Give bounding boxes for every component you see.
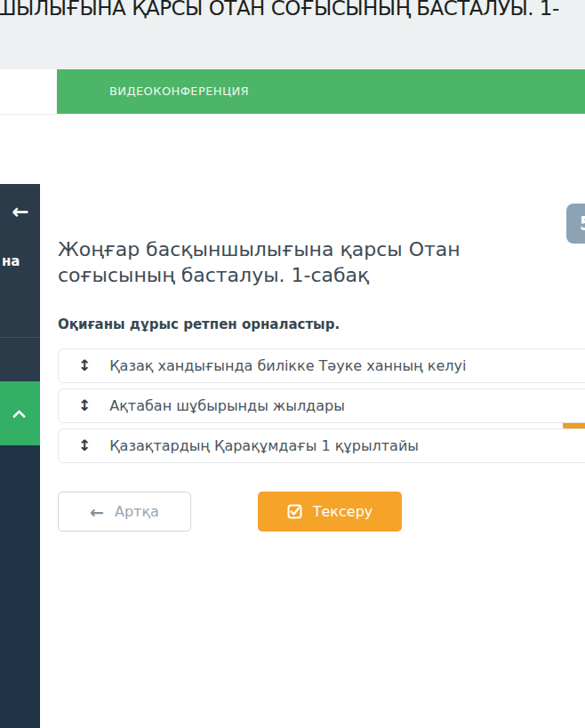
sidebar-collapse-button[interactable] [0, 381, 40, 445]
lesson-marquee-title: ШЫЛЫҒЫНА ҚАРСЫ ОТАН СОҒЫСЫНЫҢ БАСТАЛУЫ. … [0, 0, 585, 20]
check-button[interactable]: Тексеру [258, 492, 402, 532]
drag-handle-icon[interactable]: ↕ [78, 438, 91, 453]
order-list: ↕ Қазақ хандығында билікке Тәуке ханның … [58, 348, 585, 468]
task-instruction: Оқиғаны дұрыс ретпен орналастыр. [58, 316, 340, 332]
sidebar-lower-section [0, 445, 40, 728]
back-arrow-icon[interactable]: ← [7, 198, 34, 225]
back-button[interactable]: ← Артқа [58, 492, 191, 532]
chevron-up-icon [12, 410, 27, 424]
tab-bar: ВИДЕОКОНФЕРЕНЦИЯ [0, 69, 585, 114]
top-marquee-bar: ШЫЛЫҒЫНА ҚАРСЫ ОТАН СОҒЫСЫНЫҢ БАСТАЛУЫ. … [0, 0, 585, 69]
list-item-label: Ақтабан шұбырынды жылдары [109, 397, 345, 414]
drag-handle-icon[interactable]: ↕ [78, 358, 91, 373]
drag-handle-icon[interactable]: ↕ [78, 398, 91, 413]
page: ШЫЛЫҒЫНА ҚАРСЫ ОТАН СОҒЫСЫНЫҢ БАСТАЛУЫ. … [0, 0, 585, 728]
tab-videoconference[interactable]: ВИДЕОКОНФЕРЕНЦИЯ [57, 69, 585, 114]
tab-lesson[interactable] [0, 69, 56, 114]
list-item[interactable]: ↕ Қазақ хандығында билікке Тәуке ханның … [58, 348, 585, 383]
back-button-label: Артқа [115, 503, 159, 520]
sidebar-clipped-label: на [2, 253, 20, 269]
sidebar-divider [0, 337, 40, 338]
check-button-label: Тексеру [313, 503, 373, 520]
checkbox-check-icon [287, 504, 302, 519]
page-title: Жоңғар басқыншылығына қарсы Отан соғысын… [58, 236, 569, 288]
list-item-label: Қазақтардың Қарақұмдағы 1 құрылтайы [109, 437, 419, 454]
list-item-label: Қазақ хандығында билікке Тәуке ханның ке… [109, 357, 466, 374]
list-item[interactable]: ↕ Қазақтардың Қарақұмдағы 1 құрылтайы [58, 428, 585, 463]
left-arrow-icon: ← [90, 502, 104, 522]
sidebar: ← на [0, 184, 40, 728]
floating-counter-badge[interactable]: 5 [566, 204, 585, 244]
list-item[interactable]: ↕ Ақтабан шұбырынды жылдары [58, 388, 585, 423]
